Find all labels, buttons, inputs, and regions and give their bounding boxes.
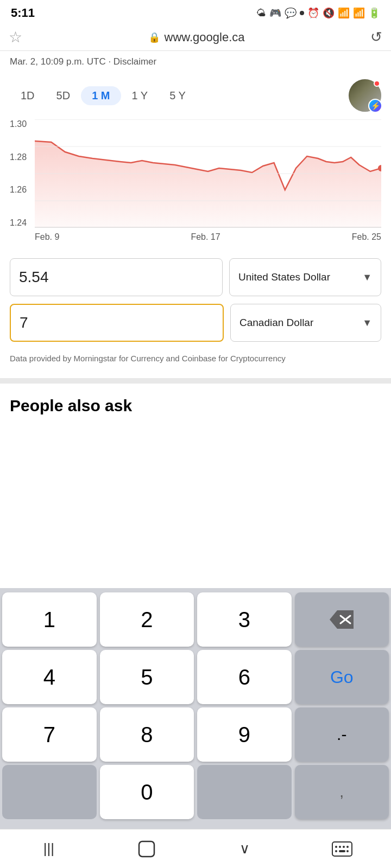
url-text: www.google.ca xyxy=(165,30,245,44)
messenger-badge: ⚡ xyxy=(368,99,382,113)
status-bar: 5:11 🌤 🎮 💬 ⏰ 🔇 📶 📶 🔋 xyxy=(0,0,391,24)
pokeball-icon: 🎮 xyxy=(269,7,281,19)
chart-y-label-top: 1.30 xyxy=(10,119,35,129)
keyboard-row-4: 0 , xyxy=(2,765,389,819)
disclaimer-text: Mar. 2, 10:09 p.m. UTC · Disclaimer xyxy=(10,51,381,72)
chart-x-label-feb17: Feb. 17 xyxy=(191,232,220,242)
chart-y-label-bottom: 1.24 xyxy=(10,218,35,228)
svg-point-15 xyxy=(335,850,337,852)
chart-x-label-feb9: Feb. 9 xyxy=(35,232,59,242)
key-6[interactable]: 6 xyxy=(197,650,292,704)
battery-icon: 🔋 xyxy=(368,7,380,19)
data-source-text: Data provided by Morningstar for Currenc… xyxy=(10,349,381,374)
cad-amount-input[interactable]: 7 xyxy=(10,304,224,342)
chart-svg xyxy=(35,119,381,228)
keyboard-row-3: 7 8 9 .- xyxy=(2,707,389,762)
chart-y-label-3: 1.26 xyxy=(10,185,35,195)
tab-1d[interactable]: 1D xyxy=(10,86,46,105)
svg-point-11 xyxy=(335,846,337,848)
usd-currency-select[interactable]: United States Dollar ▼ xyxy=(229,258,381,296)
period-tabs: 1D 5D 1 M 1 Y 5 Y ⚡ xyxy=(10,72,381,117)
key-empty-left xyxy=(2,765,97,819)
key-comma[interactable]: , xyxy=(295,765,389,819)
notification-dot xyxy=(300,11,304,15)
people-also-ask-title: People also ask xyxy=(10,397,381,415)
key-go[interactable]: Go xyxy=(295,650,389,704)
chart-x-label-feb25: Feb. 25 xyxy=(352,232,381,242)
cad-currency-select[interactable]: Canadian Dollar ▼ xyxy=(230,304,381,342)
key-7[interactable]: 7 xyxy=(2,707,97,762)
page-content: Mar. 2, 10:09 p.m. UTC · Disclaimer 1D 5… xyxy=(0,51,391,428)
usd-dropdown-arrow: ▼ xyxy=(362,272,372,283)
key-dot-dash[interactable]: .- xyxy=(295,707,389,762)
chart-y-label-2: 1.28 xyxy=(10,152,35,162)
url-bar[interactable]: 🔒 www.google.ca xyxy=(29,30,364,44)
keyboard-row-1: 1 2 3 xyxy=(2,592,389,647)
people-also-ask-section: People also ask xyxy=(10,384,381,428)
svg-point-13 xyxy=(343,846,345,848)
usd-amount-input[interactable]: 5.54 xyxy=(10,258,223,296)
avatar-notification-dot xyxy=(374,80,380,87)
nav-back-button[interactable]: ||| xyxy=(30,835,68,863)
keyboard-row-2: 4 5 6 Go xyxy=(2,650,389,704)
converter-row-usd: 5.54 United States Dollar ▼ xyxy=(10,258,381,296)
wifi-icon: 📶 xyxy=(338,7,350,19)
svg-point-14 xyxy=(346,846,349,848)
key-2[interactable]: 2 xyxy=(100,592,194,647)
weather-icon: 🌤 xyxy=(256,8,266,19)
tab-1m[interactable]: 1 M xyxy=(81,86,121,105)
tab-5d[interactable]: 5D xyxy=(46,86,81,105)
key-3[interactable]: 3 xyxy=(197,592,292,647)
user-avatar-wrap: ⚡ xyxy=(349,79,381,112)
bookmark-icon[interactable]: ☆ xyxy=(9,28,22,46)
cad-dropdown-arrow: ▼ xyxy=(362,317,372,329)
converter-row-cad: 7 Canadian Dollar ▼ xyxy=(10,304,381,342)
bottom-navigation: ||| ∨ xyxy=(0,829,391,868)
nav-overview-button[interactable]: ∨ xyxy=(225,835,263,863)
svg-rect-16 xyxy=(339,850,345,852)
numeric-keyboard: 1 2 3 4 5 6 Go 7 8 9 .- 0 , xyxy=(0,588,391,829)
key-1[interactable]: 1 xyxy=(2,592,97,647)
svg-rect-9 xyxy=(139,841,154,857)
alarm-icon: ⏰ xyxy=(307,7,319,19)
nav-home-button[interactable] xyxy=(128,835,166,863)
messenger-notification-icon: 💬 xyxy=(285,7,297,19)
tab-5y[interactable]: 5 Y xyxy=(159,86,197,105)
signal-icon: 📶 xyxy=(353,7,365,19)
status-time: 5:11 xyxy=(11,6,35,20)
refresh-button[interactable]: ↺ xyxy=(370,29,382,46)
key-4[interactable]: 4 xyxy=(2,650,97,704)
key-5[interactable]: 5 xyxy=(100,650,194,704)
status-icons: 🌤 🎮 💬 ⏰ 🔇 📶 📶 🔋 xyxy=(256,7,380,19)
section-divider xyxy=(0,378,391,384)
key-0[interactable]: 0 xyxy=(100,765,194,819)
key-empty-right xyxy=(197,765,292,819)
messenger-badge-icon: ⚡ xyxy=(371,101,380,110)
exchange-rate-chart: 1.30 1.28 1.26 1.24 xyxy=(10,119,381,244)
mute-icon: 🔇 xyxy=(323,7,335,19)
currency-converter: 5.54 United States Dollar ▼ 7 Canadian D… xyxy=(10,250,381,378)
key-backspace[interactable] xyxy=(295,592,389,647)
key-8[interactable]: 8 xyxy=(100,707,194,762)
cad-currency-label: Canadian Dollar xyxy=(239,317,313,329)
lock-icon: 🔒 xyxy=(148,31,160,43)
svg-point-12 xyxy=(339,846,341,848)
svg-rect-10 xyxy=(332,842,352,856)
nav-keyboard-button[interactable] xyxy=(323,835,361,863)
tab-1y[interactable]: 1 Y xyxy=(121,86,159,105)
browser-bar: ☆ 🔒 www.google.ca ↺ xyxy=(0,24,391,51)
key-9[interactable]: 9 xyxy=(197,707,292,762)
svg-point-17 xyxy=(346,850,349,852)
usd-currency-label: United States Dollar xyxy=(238,271,330,283)
